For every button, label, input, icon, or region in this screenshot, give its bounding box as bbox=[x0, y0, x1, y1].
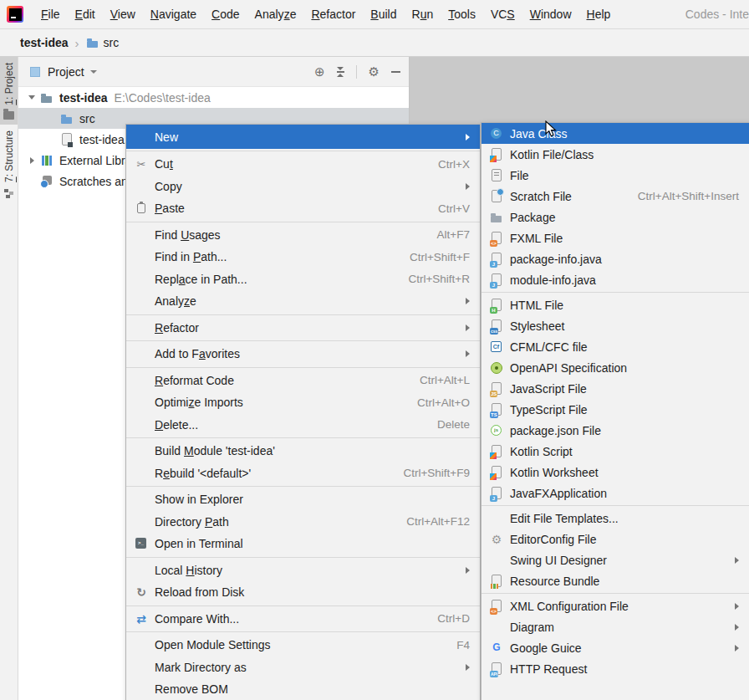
menu-item-java-class[interactable]: CJava Class bbox=[482, 123, 749, 144]
menu-item-compare-with[interactable]: ⇄Compare With...Ctrl+D bbox=[126, 608, 480, 631]
menu-item-replace-in-path[interactable]: Replace in Path...Ctrl+Shift+R bbox=[126, 268, 480, 291]
menu-item-build-module-test-idea[interactable]: Build Module 'test-idea' bbox=[126, 440, 480, 462]
menu-item-html-file[interactable]: HHTML File bbox=[482, 294, 749, 315]
menu-item-label: Local History bbox=[155, 564, 457, 577]
menu-separator bbox=[126, 486, 480, 487]
menu-item-resource-bundle[interactable]: Resource Bundle bbox=[482, 570, 749, 591]
menu-item-cut[interactable]: ✂CutCtrl+X bbox=[126, 153, 480, 176]
stripe-tab-1-project[interactable]: 1: Project bbox=[0, 57, 18, 125]
menu-item-editorconfig-file[interactable]: ⚙EditorConfig File bbox=[482, 529, 749, 549]
menu-item-show-in-explorer[interactable]: Show in Explorer bbox=[126, 488, 480, 511]
menu-refactor[interactable]: Refactor bbox=[303, 8, 363, 21]
idea-logo-icon bbox=[7, 6, 23, 23]
menu-separator bbox=[126, 222, 480, 222]
collapse-all-button[interactable] bbox=[337, 67, 344, 77]
menu-separator bbox=[126, 437, 480, 438]
menu-item-xml-configuration-file[interactable]: <>XML Configuration File bbox=[482, 595, 749, 616]
settings-button[interactable]: ⚙ bbox=[369, 65, 380, 78]
tree-item-test-idea[interactable]: test-ideaE:\Codes\test-idea bbox=[18, 87, 409, 108]
menu-item-add-to-favorites[interactable]: Add to Favorites bbox=[126, 343, 480, 365]
menu-item-rebuild-default[interactable]: Rebuild '<default>'Ctrl+Shift+F9 bbox=[126, 462, 480, 485]
menu-tools[interactable]: Tools bbox=[441, 8, 483, 21]
menu-item-diagram[interactable]: Diagram bbox=[482, 616, 749, 637]
window-title: Codes - Inte bbox=[685, 8, 749, 21]
menu-item-label: Kotlin File/Class bbox=[510, 148, 739, 161]
menu-build[interactable]: Build bbox=[363, 8, 404, 21]
menu-view[interactable]: View bbox=[103, 8, 143, 21]
panel-title[interactable]: Project bbox=[48, 65, 84, 79]
menu-item-open-in-terminal[interactable]: >_Open in Terminal bbox=[126, 533, 480, 555]
menu-item-open-module-settings[interactable]: Open Module SettingsF4 bbox=[126, 634, 480, 657]
menu-item-shortcut: Delete bbox=[437, 418, 470, 431]
menu-vcs[interactable]: VCS bbox=[483, 8, 522, 21]
menu-separator bbox=[482, 505, 749, 506]
menu-separator bbox=[126, 557, 480, 558]
menu-analyze[interactable]: Analyze bbox=[247, 8, 304, 21]
collapse-arrow-icon[interactable] bbox=[25, 91, 38, 105]
menu-item-refactor[interactable]: Refactor bbox=[126, 317, 480, 340]
menu-item-javascript-file[interactable]: JSJavaScript File bbox=[482, 378, 749, 399]
menu-item-remove-bom[interactable]: Remove BOM bbox=[126, 678, 480, 700]
menu-code[interactable]: Code bbox=[204, 8, 247, 21]
libraries-icon bbox=[40, 154, 54, 167]
menu-item-label: Swing UI Designer bbox=[510, 554, 726, 567]
menu-item-stylesheet[interactable]: cssStylesheet bbox=[482, 315, 749, 336]
breadcrumb-project[interactable]: test-idea bbox=[20, 36, 69, 49]
menu-item-shortcut: Ctrl+Alt+L bbox=[420, 374, 470, 386]
menu-item-shortcut: Ctrl+D bbox=[437, 612, 470, 625]
stripe-tab-7-structure[interactable]: 7: Structure bbox=[0, 125, 18, 203]
menu-run[interactable]: Run bbox=[405, 8, 441, 21]
menu-item-file[interactable]: File bbox=[482, 165, 749, 186]
tree-item-label: test-idea bbox=[59, 91, 108, 105]
menu-item-find-usages[interactable]: Find UsagesAlt+F7 bbox=[126, 224, 480, 247]
menu-item-delete[interactable]: Delete...Delete bbox=[126, 414, 480, 437]
menu-item-directory-path[interactable]: Directory PathCtrl+Alt+F12 bbox=[126, 511, 480, 534]
menu-item-fxml-file[interactable]: <>FXML File bbox=[482, 227, 749, 248]
menu-item-cfml-cfc-file[interactable]: CfCFML/CFC file bbox=[482, 336, 749, 357]
menu-item-kotlin-worksheet[interactable]: Kotlin Worksheet bbox=[482, 462, 749, 483]
menu-item-kotlin-script[interactable]: Kotlin Script bbox=[482, 441, 749, 462]
menu-item-mark-directory-as[interactable]: Mark Directory as bbox=[126, 657, 480, 679]
menu-item-http-request[interactable]: APIHTTP Request bbox=[482, 658, 749, 679]
menu-window[interactable]: Window bbox=[522, 8, 579, 21]
menu-item-label: Edit File Templates... bbox=[510, 512, 739, 525]
locate-button[interactable]: ⊕ bbox=[314, 65, 325, 78]
menu-item-label: HTTP Request bbox=[510, 662, 739, 676]
menu-help[interactable]: Help bbox=[579, 8, 619, 21]
menu-item-kotlin-file-class[interactable]: Kotlin File/Class bbox=[482, 144, 749, 165]
menu-item-reload-from-disk[interactable]: ↻Reload from Disk bbox=[126, 581, 480, 604]
menu-item-package[interactable]: Package bbox=[482, 207, 749, 227]
menu-item-local-history[interactable]: Local History bbox=[126, 559, 480, 582]
menu-item-openapi-specification[interactable]: OpenAPI Specification bbox=[482, 357, 749, 378]
menu-item-package-info-java[interactable]: Jpackage-info.java bbox=[482, 248, 749, 269]
menu-navigate[interactable]: Navigate bbox=[143, 8, 204, 21]
menu-item-package-json-file[interactable]: jspackage.json File bbox=[482, 420, 749, 441]
menu-item-shortcut: Ctrl+Alt+Shift+Insert bbox=[638, 190, 739, 202]
expand-arrow-icon[interactable] bbox=[25, 154, 38, 167]
menu-item-scratch-file[interactable]: Scratch FileCtrl+Alt+Shift+Insert bbox=[482, 186, 749, 207]
menu-item-typescript-file[interactable]: TSTypeScript File bbox=[482, 399, 749, 420]
menu-edit[interactable]: Edit bbox=[68, 8, 103, 21]
menu-item-swing-ui-designer[interactable]: Swing UI Designer bbox=[482, 549, 749, 570]
menu-item-analyze[interactable]: Analyze bbox=[126, 290, 480, 313]
breadcrumb-src[interactable]: src bbox=[104, 36, 120, 49]
hide-button[interactable] bbox=[391, 71, 400, 73]
menu-item-reformat-code[interactable]: Reformat CodeCtrl+Alt+L bbox=[126, 370, 480, 392]
menu-item-paste[interactable]: PasteCtrl+V bbox=[126, 197, 480, 220]
menu-item-copy[interactable]: Copy bbox=[126, 176, 480, 198]
menu-item-find-in-path[interactable]: Find in Path...Ctrl+Shift+F bbox=[126, 246, 480, 268]
menu-item-javafxapplication[interactable]: JJavaFXApplication bbox=[482, 483, 749, 503]
menu-item-shortcut: Ctrl+Alt+O bbox=[417, 396, 470, 409]
menu-item-label: Scratch File bbox=[510, 190, 621, 203]
file-icon bbox=[490, 169, 503, 182]
menu-item-new[interactable]: New bbox=[126, 125, 480, 149]
menu-item-optimize-imports[interactable]: Optimize ImportsCtrl+Alt+O bbox=[126, 391, 480, 414]
menu-file[interactable]: File bbox=[33, 8, 68, 21]
menu-separator bbox=[126, 631, 480, 632]
menu-item-google-guice[interactable]: GGoogle Guice bbox=[482, 637, 749, 658]
menu-item-edit-file-templates[interactable]: Edit File Templates... bbox=[482, 508, 749, 529]
new-submenu: CJava ClassKotlin File/ClassFileScratch … bbox=[481, 122, 749, 700]
menu-item-module-info-java[interactable]: Jmodule-info.java bbox=[482, 269, 749, 290]
menu-item-shortcut: Ctrl+Shift+F bbox=[410, 251, 470, 263]
chevron-down-icon[interactable] bbox=[90, 70, 97, 74]
